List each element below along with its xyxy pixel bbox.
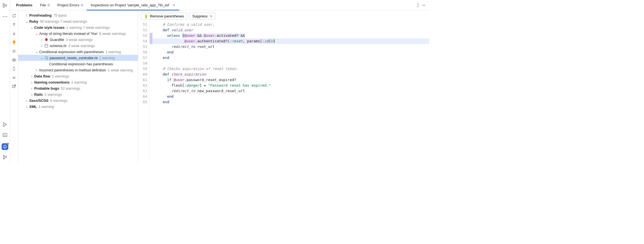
ruby-file-icon — [44, 37, 49, 42]
svg-rect-23 — [12, 85, 15, 88]
chevron-right-icon: › — [25, 105, 29, 109]
tree-node-proofreading[interactable]: ›Proofreading75 typos — [18, 12, 138, 18]
tab-label: Inspections on Project 'sample_rails_app… — [91, 3, 169, 7]
chevron-down-icon: ⌄ — [40, 56, 44, 60]
suppress-button[interactable]: Suppress ▼ — [189, 13, 216, 20]
kebab-icon[interactable] — [415, 2, 421, 8]
tab-count: 4 — [81, 3, 83, 7]
chevron-right-icon: › — [30, 92, 34, 97]
chevron-down-icon: ⌄ — [35, 50, 39, 54]
marker-strip — [150, 22, 152, 163]
chevron-right-icon: › — [30, 74, 34, 78]
svg-point-16 — [418, 6, 418, 7]
tree-gutter — [10, 11, 18, 163]
tree-node-cond-paren[interactable]: ⌄Conditional expression with parentheses… — [18, 49, 138, 55]
svg-rect-0 — [3, 4, 4, 5]
tree-leaf-cond-has-paren[interactable]: Conditional expression has parentheses — [18, 61, 138, 67]
button-label: Remove parentheses — [150, 14, 184, 18]
svg-point-11 — [3, 155, 4, 156]
chevron-right-icon: › — [40, 44, 44, 48]
tree-node-probable[interactable]: ›Probable bugs52 warnings — [18, 85, 138, 91]
problems-tabbar: Problems File 8 Project Errors 4 Inspect… — [10, 0, 429, 11]
tab-count: 8 — [47, 3, 49, 7]
tab-file[interactable]: File 8 — [36, 0, 53, 10]
remove-parentheses-button[interactable]: 💡 Remove parentheses — [141, 13, 187, 20]
db-file-icon — [44, 43, 49, 48]
svg-point-28 — [47, 58, 48, 59]
tab-project-errors[interactable]: Project Errors 4 — [53, 0, 87, 10]
code-lines[interactable]: # Confirms a valid user. def valid_user … — [152, 22, 429, 163]
run-icon[interactable] — [2, 122, 8, 127]
terminal-icon[interactable] — [2, 132, 8, 138]
close-icon[interactable]: ✕ — [172, 3, 175, 7]
inspect-badge-icon[interactable] — [2, 143, 8, 150]
svg-marker-25 — [45, 38, 48, 41]
chevron-right-icon: › — [25, 98, 29, 103]
svg-point-14 — [418, 3, 418, 4]
svg-point-15 — [418, 5, 418, 6]
line-gutter: 51 52 53 54 55 56 57 58 59 60 61 62 63 6… — [138, 22, 150, 163]
tree-node-schema[interactable]: ›schema.rb3 weak warnings — [18, 43, 138, 49]
tree-node-data-flow[interactable]: ›Data flow2 warnings — [18, 73, 138, 79]
tab-label: Project Errors — [57, 3, 79, 7]
widgets-icon[interactable] — [2, 3, 8, 8]
svg-point-21 — [14, 51, 15, 52]
chevron-right-icon: › — [25, 13, 29, 17]
settings-icon[interactable] — [12, 49, 17, 54]
chevron-right-icon: › — [30, 86, 34, 90]
tree-node-password-resets[interactable]: ⌄password_resets_controller.rb1 warning — [18, 55, 138, 61]
svg-rect-1 — [3, 6, 4, 7]
button-label: Suppress — [192, 14, 208, 18]
bulb-icon[interactable] — [12, 40, 17, 45]
svg-point-4 — [4, 16, 5, 17]
vcs-branch-icon[interactable] — [2, 154, 8, 160]
svg-rect-20 — [14, 44, 15, 44]
tree-node-naming[interactable]: ›Naming conventions1 warning — [18, 79, 138, 85]
tree-node-ruby[interactable]: ⌄Ruby58 warnings 7 weak warnings — [18, 18, 138, 24]
svg-point-13 — [6, 156, 7, 157]
chevron-down-icon: ⌄ — [35, 32, 39, 36]
tree-node-xml[interactable]: ›XML1 warning — [18, 103, 138, 110]
tree-node-guardfile[interactable]: ›Guardfile3 weak warnings — [18, 37, 138, 43]
bulb-icon: 💡 — [144, 14, 148, 18]
svg-point-10 — [5, 147, 5, 148]
svg-point-3 — [3, 16, 4, 17]
tab-inspections[interactable]: Inspections on Project 'sample_rails_app… — [87, 0, 179, 10]
tab-label: Problems — [16, 3, 32, 7]
tab-problems[interactable]: Problems — [12, 0, 36, 10]
chevron-right-icon: › — [40, 38, 44, 42]
minimize-icon[interactable] — [421, 2, 427, 8]
collapse-all-icon[interactable] — [12, 75, 17, 80]
chevron-right-icon: › — [35, 68, 39, 72]
far-left-toolbar — [0, 0, 10, 163]
inspection-tree: ›Proofreading75 typos ⌄Ruby58 warnings 7… — [18, 11, 138, 163]
tree-node-array-literals[interactable]: ⌄Array of string literals instead of '%w… — [18, 30, 138, 37]
chevron-down-icon: ⌄ — [25, 19, 29, 24]
svg-point-5 — [6, 16, 7, 17]
tab-label: File — [40, 3, 46, 7]
tree-node-incorrect-paren[interactable]: ›Incorrect parentheses in method definit… — [18, 67, 138, 73]
arrow-up-icon[interactable] — [12, 22, 17, 27]
expand-collapse-icon[interactable] — [12, 66, 17, 71]
tree-node-sass[interactable]: ›Sass/SCSS8 warnings — [18, 97, 138, 103]
controller-file-icon — [44, 56, 49, 60]
tree-node-code-style[interactable]: ⌄Code style issues1 warning 7 weak warni… — [18, 24, 138, 30]
export-icon[interactable] — [12, 84, 17, 89]
chevron-down-icon: ⌄ — [30, 25, 34, 30]
chevron-right-icon: › — [30, 80, 34, 84]
arrow-down-icon[interactable] — [12, 31, 17, 36]
svg-rect-2 — [5, 5, 7, 6]
code-preview: 💡 Remove parentheses Suppress ▼ 51 52 53… — [138, 11, 429, 163]
more-icon[interactable] — [2, 14, 8, 19]
chevron-down-icon: ▼ — [210, 15, 213, 18]
editor-toolbar: 💡 Remove parentheses Suppress ▼ — [138, 11, 429, 22]
svg-point-22 — [14, 59, 15, 61]
eye-icon[interactable] — [12, 58, 17, 63]
rerun-icon[interactable] — [12, 13, 17, 18]
svg-point-26 — [45, 44, 48, 45]
tree-node-rails[interactable]: ›Rails2 warnings — [18, 91, 138, 97]
